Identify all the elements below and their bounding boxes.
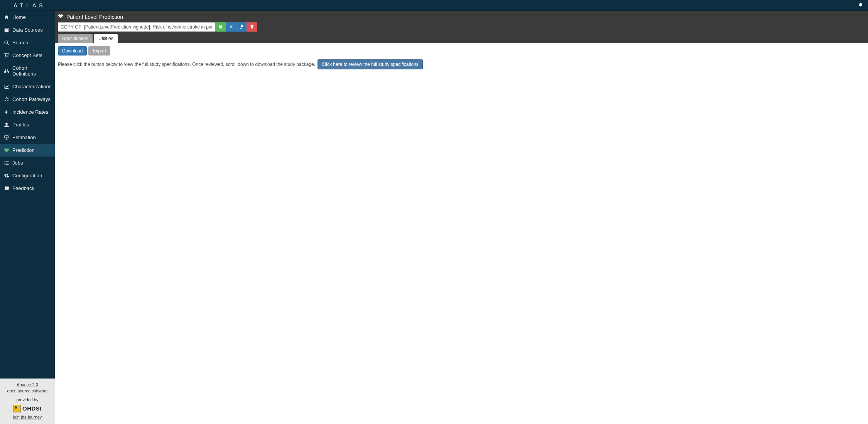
ohdsi-mark-icon — [13, 405, 21, 412]
sidebar-item-search[interactable]: Search — [0, 36, 55, 49]
comment-icon — [4, 186, 9, 191]
tab-utilities[interactable]: Utilities — [94, 34, 118, 43]
page-title: Patient Level Prediction — [66, 14, 123, 20]
sidebar-item-label: Search — [12, 40, 28, 45]
trash-icon — [250, 24, 254, 30]
sidebar-item-label: Cohort Definitions — [12, 65, 51, 77]
sidebar-item-concept-sets[interactable]: Concept Sets — [0, 49, 55, 62]
sidebar-footer: Apache 2.0 open source software provided… — [0, 379, 55, 424]
sidebar-item-label: Home — [12, 14, 26, 20]
sidebar-item-cohort-pathways[interactable]: Cohort Pathways — [0, 93, 55, 106]
page-header: Patient Level Prediction — [55, 11, 868, 43]
ohdsi-logo[interactable]: OHDSI — [2, 404, 53, 413]
sitemap-icon — [4, 97, 9, 102]
notifications-icon[interactable] — [858, 2, 863, 8]
copy-icon — [239, 24, 244, 30]
database-icon — [4, 27, 9, 33]
sidebar-item-prediction[interactable]: Prediction — [0, 144, 55, 156]
subtab-download[interactable]: Download — [58, 46, 87, 56]
balance-icon — [4, 135, 9, 140]
sidebar-item-characterizations[interactable]: Characterizations — [0, 80, 55, 93]
bolt-icon — [4, 109, 9, 115]
nav: Home Data Sources Search Concept Sets Co — [0, 11, 55, 379]
sidebar-item-configuration[interactable]: Configuration — [0, 169, 55, 182]
sidebar-item-label: Jobs — [12, 160, 23, 166]
sidebar-item-label: Cohort Pathways — [12, 96, 51, 102]
sidebar-item-data-sources[interactable]: Data Sources — [0, 24, 55, 36]
home-icon — [4, 15, 9, 20]
subtab-export[interactable]: Export — [88, 46, 110, 56]
cart-icon — [4, 53, 9, 58]
page-title-row: Patient Level Prediction — [58, 12, 865, 22]
sidebar-item-profiles[interactable]: Profiles — [0, 118, 55, 131]
sidebar-item-incidence-rates[interactable]: Incidence Rates — [0, 106, 55, 118]
sidebar-item-label: Prediction — [12, 147, 35, 153]
provided-by-text: provided by — [2, 397, 53, 403]
sidebar-item-label: Feedback — [12, 185, 34, 191]
prediction-name-input[interactable] — [58, 22, 215, 32]
close-icon — [229, 24, 233, 30]
instruction-row: Please click the button below to view th… — [58, 59, 865, 69]
ohdsi-logo-text: OHDSI — [22, 404, 42, 413]
save-button[interactable] — [215, 22, 226, 32]
tasks-icon — [4, 160, 9, 166]
sidebar-item-label: Incidence Rates — [12, 109, 48, 115]
heartbeat-icon — [4, 148, 9, 153]
delete-button[interactable] — [247, 22, 257, 32]
sidebar-item-label: Concept Sets — [12, 52, 42, 58]
license-link[interactable]: Apache 2.0 — [17, 382, 38, 387]
user-icon — [4, 122, 9, 128]
sidebar-item-label: Profiles — [12, 122, 29, 128]
sidebar-item-jobs[interactable]: Jobs — [0, 156, 55, 169]
linechart-icon — [4, 84, 9, 89]
sidebar-item-home[interactable]: Home — [0, 11, 55, 24]
review-specifications-button[interactable]: Click here to review the full study spec… — [317, 59, 423, 69]
topbar: ATLAS — [0, 0, 868, 11]
main: Patient Level Prediction — [55, 11, 868, 424]
sidebar-item-label: Estimation — [12, 135, 36, 140]
sidebar-item-feedback[interactable]: Feedback — [0, 182, 55, 195]
instruction-text: Please click the button below to view th… — [58, 62, 315, 67]
tab-specification[interactable]: Specification — [58, 34, 93, 43]
sidebar-item-estimation[interactable]: Estimation — [0, 131, 55, 144]
heartbeat-icon — [58, 13, 63, 20]
top-tabs: Specification Utilities — [58, 34, 865, 43]
name-row — [58, 22, 865, 32]
join-journey-link[interactable]: join the journey — [13, 415, 42, 419]
sidebar-item-cohort-definitions[interactable]: Cohort Definitions — [0, 62, 55, 80]
content: Download Export Please click the button … — [55, 43, 868, 424]
license-subtext: open source software — [2, 388, 53, 394]
copy-button[interactable] — [236, 22, 247, 32]
users-icon — [4, 68, 9, 74]
sidebar-item-label: Data Sources — [12, 27, 43, 33]
sidebar-item-label: Configuration — [12, 173, 42, 178]
save-icon — [218, 24, 223, 30]
brand-logo[interactable]: ATLAS — [5, 2, 55, 8]
sidebar-item-label: Characterizations — [12, 84, 51, 89]
close-button[interactable] — [226, 22, 236, 32]
sidebar: Home Data Sources Search Concept Sets Co — [0, 11, 55, 424]
search-icon — [4, 40, 9, 45]
utilities-subtabs: Download Export — [58, 46, 865, 56]
cogs-icon — [4, 173, 9, 178]
